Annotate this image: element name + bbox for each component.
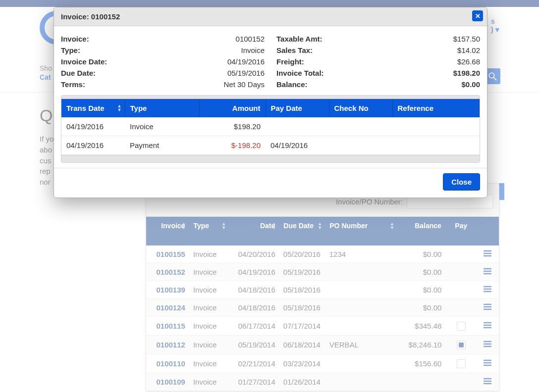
detail-label: Invoice Total:	[270, 67, 376, 79]
cell-pay-date: 04/19/2016	[266, 136, 329, 155]
detail-label: Invoice Date:	[61, 56, 166, 67]
detail-label: Freight:	[270, 56, 376, 67]
col-check-no[interactable]: Check No	[329, 99, 392, 117]
col-trans-amount[interactable]: Amount	[199, 99, 266, 117]
cell-check-no	[329, 136, 392, 155]
transaction-row: 04/19/2016Payment$-198.2004/19/2016	[61, 136, 480, 155]
detail-value: Net 30 Days	[166, 79, 271, 90]
detail-value: $198.20	[376, 67, 481, 79]
detail-label: Balance:	[270, 79, 376, 90]
cell-trans-date: 04/19/2016	[61, 117, 125, 136]
invoice-detail-modal: Invoice: 0100152 ✕ Invoice:0100152Type:I…	[54, 7, 487, 198]
cell-trans-date: 04/19/2016	[61, 136, 125, 155]
cell-reference	[392, 136, 480, 155]
modal-close-x-button[interactable]: ✕	[472, 10, 483, 21]
detail-value: 05/19/2016	[166, 67, 271, 79]
detail-label: Type:	[61, 45, 166, 56]
cell-amount: $198.20	[199, 117, 266, 136]
detail-label: Sales Tax:	[270, 45, 376, 56]
detail-label: Taxable Amt:	[270, 33, 376, 45]
close-button[interactable]: Close	[443, 173, 480, 191]
cell-amount: $-198.20	[199, 136, 266, 155]
col-pay-date[interactable]: Pay Date	[266, 99, 329, 117]
detail-value: $0.00	[376, 79, 481, 90]
detail-label: Invoice:	[61, 33, 166, 45]
col-reference[interactable]: Reference	[392, 99, 480, 117]
cell-trans-type: Invoice	[125, 117, 199, 136]
transaction-row: 04/19/2016Invoice$198.20	[61, 117, 480, 136]
col-trans-type[interactable]: Type	[125, 99, 199, 117]
transactions-table-wrap: Trans Date▲▼ Type Amount Pay Date Check …	[61, 95, 480, 163]
detail-label: Terms:	[61, 79, 166, 90]
sort-icon: ▲▼	[117, 104, 122, 112]
detail-value: 04/19/2016	[166, 56, 271, 67]
cell-check-no	[329, 117, 392, 136]
detail-value: $157.50	[376, 33, 481, 45]
modal-title-text: Invoice: 0100152	[61, 12, 120, 21]
close-icon: ✕	[475, 13, 481, 19]
detail-value: $14.02	[376, 45, 481, 56]
col-trans-date[interactable]: Trans Date▲▼	[61, 99, 125, 117]
detail-value: $26.68	[376, 56, 481, 67]
cell-reference	[392, 117, 480, 136]
cell-trans-type: Payment	[125, 136, 199, 155]
detail-value: Invoice	[166, 45, 271, 56]
detail-label: Due Date:	[61, 67, 166, 79]
modal-title-bar: Invoice: 0100152 ✕	[54, 7, 487, 26]
cell-pay-date	[266, 117, 329, 136]
detail-value: 0100152	[166, 33, 271, 45]
